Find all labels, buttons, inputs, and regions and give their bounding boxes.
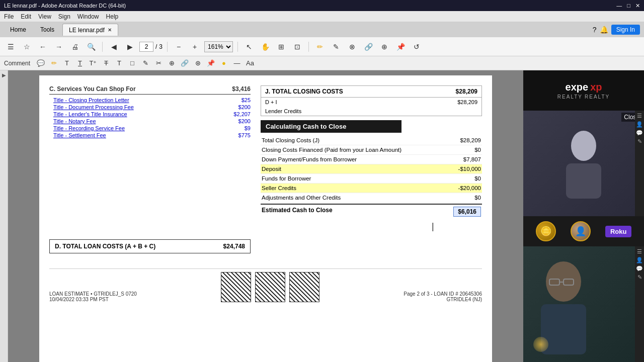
marquee-zoom-button[interactable]: ⊞	[275, 40, 288, 53]
collapse-arrow[interactable]: ▶	[2, 72, 6, 78]
qr-code-1	[221, 272, 251, 302]
list-item: Title - Recording Service Fee $9	[49, 125, 251, 132]
sidebar-icon-4[interactable]: ✎	[637, 138, 642, 145]
page-number-input[interactable]	[139, 42, 153, 52]
video-panel-bottom: ☰ 👤 💬 ✎	[523, 246, 644, 362]
annotation-toolbar: Comment 💬 ✏ T T T⁺ T T □ ✎ ✂ ⊕ 🔗 ⊛ 📌 ● —…	[0, 56, 644, 70]
bottom-sidebar-icon-2[interactable]: 👤	[636, 257, 643, 263]
pdf-area[interactable]: C. Services You Can Shop For $3,416 Titl…	[8, 70, 523, 362]
service-label-3[interactable]: Title - Notary Fee	[53, 118, 96, 124]
text-ann3-button[interactable]: T⁺	[88, 58, 99, 69]
menu-window[interactable]: Window	[77, 13, 99, 20]
cash-row-5: Seller Credits -$20,000	[261, 184, 482, 193]
service-label-4[interactable]: Title - Recording Service Fee	[53, 125, 125, 131]
titlebar-controls[interactable]: — □ ✕	[616, 3, 640, 9]
cash-label-2: Down Payment/Funds from Borrower	[262, 156, 357, 162]
menu-sign[interactable]: Sign	[58, 13, 70, 20]
text-box-button[interactable]: T	[114, 58, 125, 69]
maximize-button[interactable]: □	[627, 3, 630, 9]
logo-expe: expe	[566, 81, 589, 93]
footer-date: 10/04/2022 03:33 PM PST	[49, 297, 137, 302]
pin-button[interactable]: 📌	[394, 40, 407, 53]
service-label-5[interactable]: Title - Settlement Fee	[53, 132, 106, 138]
service-label-1[interactable]: Title - Document Processing Fee	[53, 104, 134, 110]
bottom-sidebar-icon-1[interactable]: ☰	[637, 248, 642, 255]
rect-button[interactable]: □	[127, 58, 138, 69]
stamp-button[interactable]: ⊕	[378, 40, 391, 53]
main-area: ▶ C. Services You Can Shop For $3,416 Ti…	[0, 70, 644, 362]
closing-row-1: D + I $28,209	[261, 98, 481, 107]
select-tool-button[interactable]: ↖	[243, 40, 256, 53]
divider-btn[interactable]: —	[231, 58, 243, 69]
cash-row-4: Funds for Borrower $0	[261, 174, 482, 184]
prev-page-button[interactable]: ◀	[107, 40, 120, 53]
sidebar-icon-3[interactable]: 💬	[636, 130, 643, 136]
zoom-in-button[interactable]: +	[188, 40, 201, 53]
service-amount-3: $200	[238, 118, 251, 124]
tab-close-icon[interactable]: ✕	[108, 27, 112, 33]
bottom-sidebar-icon-3[interactable]: 💬	[636, 265, 643, 272]
color-circle[interactable]: ●	[218, 58, 229, 69]
back-button[interactable]: ←	[36, 40, 49, 53]
highlight-tool-button[interactable]: ✏	[313, 40, 327, 53]
logo-xp: xp	[590, 81, 602, 93]
pin-ann-button[interactable]: 📌	[205, 58, 216, 69]
total-loan-costs: D. TOTAL LOAN COSTS (A + B + C) $24,748	[49, 239, 251, 253]
bell-icon[interactable]: 🔔	[600, 26, 608, 34]
menu-edit[interactable]: Edit	[21, 13, 31, 20]
help-icon[interactable]: ?	[593, 26, 597, 34]
sidebar-icon-1[interactable]: ☰	[637, 113, 642, 119]
text-ann-button[interactable]: T	[61, 58, 72, 69]
zoom-out-button[interactable]: −	[172, 40, 185, 53]
lamp-glow	[533, 337, 548, 352]
bookmark-button[interactable]: ☆	[20, 40, 33, 53]
cursor-area: |	[261, 219, 482, 239]
text-ann2-button[interactable]: T	[74, 58, 86, 69]
service-label-2[interactable]: Title - Lender's Title Insurance	[53, 111, 127, 117]
next-page-button[interactable]: ▶	[123, 40, 136, 53]
stamp-ann-button[interactable]: ⊛	[192, 58, 203, 69]
list-item: Title - Settlement Fee $775	[49, 132, 251, 139]
roku-badge[interactable]: Roku	[605, 226, 632, 237]
page-navigator: / 3	[139, 42, 163, 52]
print-button[interactable]: 🖨	[68, 40, 82, 53]
tab-home[interactable]: Home	[4, 24, 32, 36]
cash-row-6: Adjustments and Other Credits $0	[261, 193, 482, 203]
closing-row1-label: D + I	[265, 99, 277, 105]
footer-loan-estimate: LOAN ESTIMATE • GTRIDLEJ_S 0720	[49, 291, 137, 297]
text-cursor-icon: |	[432, 221, 434, 232]
scissors-button[interactable]: ✂	[153, 58, 164, 69]
signin-button[interactable]: Sign In	[611, 25, 640, 35]
search-button[interactable]: 🔍	[85, 40, 98, 53]
measure-button[interactable]: ⊡	[291, 40, 304, 53]
link-ann-button[interactable]: 🔗	[179, 58, 190, 69]
svg-point-0	[571, 131, 596, 161]
add-btn[interactable]: ⊕	[166, 58, 177, 69]
menu-view[interactable]: View	[38, 13, 51, 20]
services-total: $3,416	[232, 85, 251, 93]
tab-file[interactable]: LE lennar.pdf ✕	[62, 24, 118, 36]
minimize-button[interactable]: —	[616, 3, 622, 9]
pencil-button[interactable]: ✎	[140, 58, 151, 69]
menu-file[interactable]: File	[4, 13, 14, 20]
service-label-0[interactable]: Title - Closing Protection Letter	[53, 97, 129, 103]
comment-icon[interactable]: 💬	[35, 58, 46, 69]
text-size-button[interactable]: Aa	[245, 58, 256, 69]
tabbar: Home Tools LE lennar.pdf ✕ ? 🔔 Sign In	[0, 22, 644, 37]
forward-button[interactable]: →	[52, 40, 65, 53]
tab-tools[interactable]: Tools	[34, 24, 60, 36]
close-button[interactable]: ✕	[635, 3, 640, 9]
eraser-button[interactable]: ⊗	[346, 40, 359, 53]
link-button[interactable]: 🔗	[362, 40, 375, 53]
zoom-select[interactable]: 161% 100% 150% 200%	[204, 41, 233, 52]
cash-row-1: Closing Costs Financed (Paid from your L…	[261, 145, 482, 155]
hand-tool-button[interactable]: ✋	[259, 40, 272, 53]
panel-toggle-button[interactable]: ☰	[4, 40, 17, 53]
bottom-sidebar-icon-4[interactable]: ✎	[637, 274, 642, 281]
text-strike-button[interactable]: T	[101, 58, 112, 69]
highlight-ann-button[interactable]: ✏	[48, 58, 59, 69]
undo-button[interactable]: ↺	[410, 40, 423, 53]
menu-help[interactable]: Help	[106, 13, 119, 20]
draw-tool-button[interactable]: ✎	[330, 40, 343, 53]
sidebar-icon-2[interactable]: 👤	[636, 121, 643, 128]
